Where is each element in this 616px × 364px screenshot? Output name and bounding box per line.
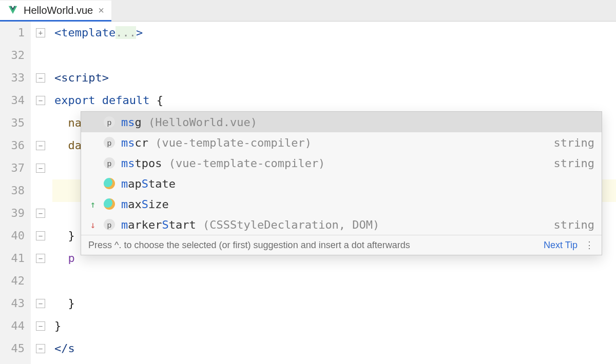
item-label: mapState	[121, 177, 588, 190]
line-number: 45	[0, 337, 25, 360]
rank-up-icon: ↑	[88, 199, 98, 210]
autocomplete-item[interactable]: ↑ maxSize	[81, 194, 602, 214]
code-line[interactable]: }	[52, 292, 616, 315]
fold-collapse-icon[interactable]: −	[36, 164, 45, 173]
next-tip-link[interactable]: Next Tip	[544, 240, 578, 251]
class-kind-icon	[104, 198, 115, 210]
fold-collapse-icon[interactable]: −	[36, 96, 45, 105]
vue-file-icon	[7, 5, 18, 16]
item-type: string	[554, 157, 594, 170]
line-number: 35	[0, 112, 25, 134]
class-kind-icon	[104, 178, 115, 189]
autocomplete-item[interactable]: p msg (HelloWorld.vue)	[81, 112, 602, 132]
autocomplete-item[interactable]: mapState	[81, 173, 602, 194]
line-number: 42	[0, 270, 25, 292]
code-line[interactable]: }	[52, 315, 616, 337]
code-line[interactable]: </s	[52, 337, 616, 360]
code-area[interactable]: <template...> <script> export default { …	[52, 22, 616, 364]
property-kind-icon: p	[104, 219, 115, 230]
line-number: 44	[0, 315, 25, 337]
line-number: 36	[0, 134, 25, 157]
line-number: 40	[0, 225, 25, 247]
item-label: msg (HelloWorld.vue)	[121, 116, 588, 129]
line-number: 38	[0, 179, 25, 202]
autocomplete-popup: p msg (HelloWorld.vue) p mscr (vue-templ…	[81, 111, 602, 255]
property-kind-icon: p	[104, 137, 115, 148]
property-kind-icon: p	[104, 116, 115, 128]
autocomplete-item[interactable]: ↓ p markerStart (CSSStyleDeclaration, DO…	[81, 214, 602, 235]
line-gutter: 1 32 33 34 35 36 37 38 39 40 41 42 43 44…	[0, 22, 31, 364]
tab-filename: HelloWorld.vue	[24, 5, 93, 16]
fold-strip: + − − − − − − − − − −	[31, 22, 52, 364]
property-kind-icon: p	[104, 157, 115, 169]
line-number: 33	[0, 67, 25, 89]
item-type: string	[554, 218, 594, 231]
fold-expand-icon[interactable]: +	[36, 28, 45, 37]
line-number: 43	[0, 292, 25, 315]
footer-tip-text: Press ^. to choose the selected (or firs…	[88, 240, 536, 251]
fold-end-icon[interactable]: −	[36, 299, 45, 308]
item-label: maxSize	[121, 198, 588, 211]
fold-end-icon[interactable]: −	[36, 209, 45, 218]
line-number: 37	[0, 157, 25, 179]
line-number: 32	[0, 44, 25, 67]
tab-bar: HelloWorld.vue ×	[0, 0, 616, 22]
line-number: 1	[0, 22, 25, 44]
rank-down-icon: ↓	[88, 219, 98, 230]
code-line[interactable]: <script>	[52, 67, 616, 89]
autocomplete-item[interactable]: p mstpos (vue-template-compiler) string	[81, 153, 602, 173]
line-number: 41	[0, 247, 25, 270]
code-line[interactable]	[52, 44, 616, 67]
code-line[interactable]: <template...>	[52, 22, 616, 44]
fold-end-icon[interactable]: −	[36, 231, 45, 240]
code-line[interactable]: export default {	[52, 89, 616, 112]
autocomplete-item[interactable]: p mscr (vue-template-compiler) string	[81, 132, 602, 153]
fold-collapse-icon[interactable]: −	[36, 73, 45, 83]
fold-collapse-icon[interactable]: −	[36, 254, 45, 263]
item-label: mscr (vue-template-compiler)	[121, 136, 548, 149]
item-label: mstpos (vue-template-compiler)	[121, 157, 548, 170]
line-number: 34	[0, 89, 25, 112]
more-menu-icon[interactable]: ⋮	[585, 239, 594, 251]
fold-end-icon[interactable]: −	[36, 321, 45, 331]
item-label: markerStart (CSSStyleDeclaration, DOM)	[121, 218, 548, 231]
autocomplete-footer: Press ^. to choose the selected (or firs…	[81, 235, 602, 255]
editor: 1 32 33 34 35 36 37 38 39 40 41 42 43 44…	[0, 22, 616, 364]
fold-end-icon[interactable]: −	[36, 344, 45, 353]
tab-helloworld[interactable]: HelloWorld.vue ×	[0, 1, 111, 22]
code-line[interactable]	[52, 270, 616, 292]
fold-collapse-icon[interactable]: −	[36, 141, 45, 150]
item-type: string	[554, 136, 594, 149]
tab-close-icon[interactable]: ×	[98, 5, 104, 16]
line-number: 39	[0, 202, 25, 225]
